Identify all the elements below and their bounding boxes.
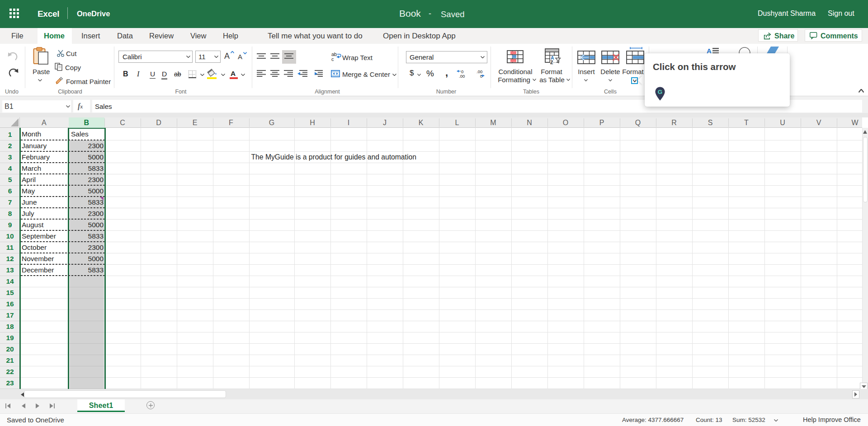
svg-text:c: c bbox=[331, 56, 334, 61]
svg-text:.00: .00 bbox=[459, 74, 465, 78]
svg-text:G: G bbox=[658, 89, 663, 95]
svg-text:Z: Z bbox=[550, 60, 553, 65]
